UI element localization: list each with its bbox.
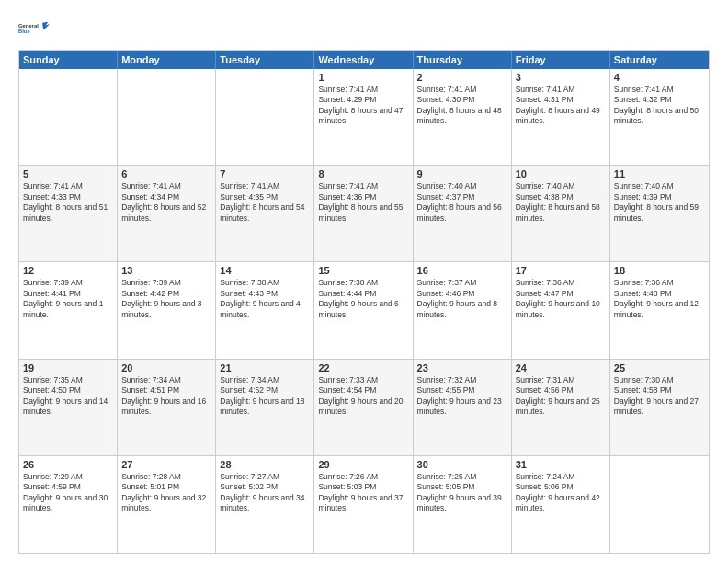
calendar-row-4: 26Sunrise: 7:29 AM Sunset: 4:59 PM Dayli… (19, 456, 709, 553)
day-number: 16 (417, 265, 507, 276)
day-info: Sunrise: 7:38 AM Sunset: 4:43 PM Dayligh… (220, 278, 310, 320)
day-cell-10: 10Sunrise: 7:40 AM Sunset: 4:38 PM Dayli… (512, 166, 610, 261)
day-number: 13 (121, 265, 211, 276)
day-info: Sunrise: 7:34 AM Sunset: 4:51 PM Dayligh… (121, 375, 211, 418)
day-info: Sunrise: 7:31 AM Sunset: 4:56 PM Dayligh… (516, 375, 606, 418)
day-info: Sunrise: 7:36 AM Sunset: 4:47 PM Dayligh… (516, 278, 606, 320)
calendar-row-2: 12Sunrise: 7:39 AM Sunset: 4:41 PM Dayli… (19, 262, 709, 359)
day-number: 9 (417, 168, 507, 179)
day-number: 3 (516, 72, 606, 83)
day-cell-1: 1Sunrise: 7:41 AM Sunset: 4:29 PM Daylig… (314, 69, 413, 165)
day-cell-18: 18Sunrise: 7:36 AM Sunset: 4:48 PM Dayli… (610, 262, 709, 358)
day-cell-27: 27Sunrise: 7:28 AM Sunset: 5:01 PM Dayli… (118, 456, 216, 553)
day-number: 20 (121, 362, 211, 373)
day-number: 7 (220, 168, 310, 179)
day-info: Sunrise: 7:36 AM Sunset: 4:48 PM Dayligh… (614, 278, 705, 320)
day-info: Sunrise: 7:40 AM Sunset: 4:38 PM Dayligh… (516, 181, 606, 224)
day-number: 4 (614, 72, 705, 83)
day-cell-7: 7Sunrise: 7:41 AM Sunset: 4:35 PM Daylig… (216, 166, 314, 261)
day-cell-29: 29Sunrise: 7:26 AM Sunset: 5:03 PM Dayli… (314, 456, 413, 553)
day-number: 26 (23, 459, 113, 470)
day-info: Sunrise: 7:30 AM Sunset: 4:58 PM Dayligh… (614, 375, 705, 418)
day-cell-3: 3Sunrise: 7:41 AM Sunset: 4:31 PM Daylig… (512, 69, 610, 165)
day-info: Sunrise: 7:26 AM Sunset: 5:03 PM Dayligh… (318, 472, 408, 514)
day-cell-14: 14Sunrise: 7:38 AM Sunset: 4:43 PM Dayli… (216, 262, 314, 358)
day-number: 25 (614, 362, 705, 373)
day-info: Sunrise: 7:41 AM Sunset: 4:30 PM Dayligh… (417, 85, 507, 127)
day-cell-11: 11Sunrise: 7:40 AM Sunset: 4:39 PM Dayli… (610, 166, 709, 261)
header: GeneralBlue (18, 15, 710, 42)
logo-icon: GeneralBlue (18, 15, 51, 42)
logo: GeneralBlue (18, 15, 51, 42)
svg-marker-2 (42, 22, 50, 29)
day-cell-26: 26Sunrise: 7:29 AM Sunset: 4:59 PM Dayli… (19, 456, 118, 553)
day-cell-31: 31Sunrise: 7:24 AM Sunset: 5:06 PM Dayli… (512, 456, 610, 553)
day-number: 22 (318, 362, 408, 373)
day-cell-16: 16Sunrise: 7:37 AM Sunset: 4:46 PM Dayli… (414, 262, 512, 358)
day-number: 15 (318, 265, 408, 276)
header-day-sunday: Sunday (19, 51, 118, 69)
calendar-header: SundayMondayTuesdayWednesdayThursdayFrid… (19, 51, 709, 69)
page: GeneralBlue SundayMondayTuesdayWednesday… (0, 0, 728, 563)
header-day-wednesday: Wednesday (314, 51, 413, 69)
day-info: Sunrise: 7:32 AM Sunset: 4:55 PM Dayligh… (417, 375, 507, 418)
day-number: 10 (516, 168, 606, 179)
day-info: Sunrise: 7:38 AM Sunset: 4:44 PM Dayligh… (318, 278, 408, 320)
day-info: Sunrise: 7:24 AM Sunset: 5:06 PM Dayligh… (516, 472, 606, 514)
day-number: 6 (121, 168, 211, 179)
day-info: Sunrise: 7:41 AM Sunset: 4:35 PM Dayligh… (220, 181, 310, 224)
header-day-monday: Monday (118, 51, 216, 69)
calendar: SundayMondayTuesdayWednesdayThursdayFrid… (18, 50, 710, 554)
day-number: 23 (417, 362, 507, 373)
day-cell-9: 9Sunrise: 7:40 AM Sunset: 4:37 PM Daylig… (414, 166, 512, 261)
day-number: 28 (220, 459, 310, 470)
day-info: Sunrise: 7:37 AM Sunset: 4:46 PM Dayligh… (417, 278, 507, 320)
day-info: Sunrise: 7:41 AM Sunset: 4:33 PM Dayligh… (23, 181, 113, 224)
empty-cell-0-1 (118, 69, 216, 165)
day-info: Sunrise: 7:27 AM Sunset: 5:02 PM Dayligh… (220, 472, 310, 514)
day-info: Sunrise: 7:40 AM Sunset: 4:37 PM Dayligh… (417, 181, 507, 224)
day-cell-4: 4Sunrise: 7:41 AM Sunset: 4:32 PM Daylig… (610, 69, 709, 165)
day-cell-5: 5Sunrise: 7:41 AM Sunset: 4:33 PM Daylig… (19, 166, 118, 261)
day-info: Sunrise: 7:41 AM Sunset: 4:34 PM Dayligh… (121, 181, 211, 224)
header-day-saturday: Saturday (610, 51, 709, 69)
day-number: 12 (23, 265, 113, 276)
day-info: Sunrise: 7:41 AM Sunset: 4:36 PM Dayligh… (318, 181, 408, 224)
day-number: 1 (318, 72, 408, 83)
day-cell-15: 15Sunrise: 7:38 AM Sunset: 4:44 PM Dayli… (314, 262, 413, 358)
day-cell-17: 17Sunrise: 7:36 AM Sunset: 4:47 PM Dayli… (512, 262, 610, 358)
day-info: Sunrise: 7:28 AM Sunset: 5:01 PM Dayligh… (121, 472, 211, 514)
day-cell-30: 30Sunrise: 7:25 AM Sunset: 5:05 PM Dayli… (414, 456, 512, 553)
day-info: Sunrise: 7:40 AM Sunset: 4:39 PM Dayligh… (614, 181, 705, 224)
day-number: 11 (614, 168, 705, 179)
day-number: 29 (318, 459, 408, 470)
day-number: 14 (220, 265, 310, 276)
calendar-row-3: 19Sunrise: 7:35 AM Sunset: 4:50 PM Dayli… (19, 360, 709, 456)
day-cell-19: 19Sunrise: 7:35 AM Sunset: 4:50 PM Dayli… (19, 360, 118, 455)
header-day-tuesday: Tuesday (216, 51, 314, 69)
day-number: 5 (23, 168, 113, 179)
svg-text:Blue: Blue (18, 29, 30, 34)
day-cell-24: 24Sunrise: 7:31 AM Sunset: 4:56 PM Dayli… (512, 360, 610, 455)
day-cell-28: 28Sunrise: 7:27 AM Sunset: 5:02 PM Dayli… (216, 456, 314, 553)
day-cell-25: 25Sunrise: 7:30 AM Sunset: 4:58 PM Dayli… (610, 360, 709, 455)
day-info: Sunrise: 7:41 AM Sunset: 4:29 PM Dayligh… (318, 85, 408, 127)
header-day-friday: Friday (512, 51, 610, 69)
day-info: Sunrise: 7:34 AM Sunset: 4:52 PM Dayligh… (220, 375, 310, 418)
day-cell-12: 12Sunrise: 7:39 AM Sunset: 4:41 PM Dayli… (19, 262, 118, 358)
day-cell-13: 13Sunrise: 7:39 AM Sunset: 4:42 PM Dayli… (118, 262, 216, 358)
empty-cell-0-0 (19, 69, 118, 165)
day-number: 27 (121, 459, 211, 470)
day-info: Sunrise: 7:29 AM Sunset: 4:59 PM Dayligh… (23, 472, 113, 514)
header-day-thursday: Thursday (414, 51, 512, 69)
day-cell-21: 21Sunrise: 7:34 AM Sunset: 4:52 PM Dayli… (216, 360, 314, 455)
empty-cell-0-2 (216, 69, 314, 165)
day-info: Sunrise: 7:39 AM Sunset: 4:41 PM Dayligh… (23, 278, 113, 320)
day-info: Sunrise: 7:35 AM Sunset: 4:50 PM Dayligh… (23, 375, 113, 418)
day-number: 31 (516, 459, 606, 470)
day-number: 2 (417, 72, 507, 83)
empty-cell-4-6 (610, 456, 709, 553)
calendar-body: 1Sunrise: 7:41 AM Sunset: 4:29 PM Daylig… (19, 69, 709, 553)
day-number: 17 (516, 265, 606, 276)
day-number: 24 (516, 362, 606, 373)
